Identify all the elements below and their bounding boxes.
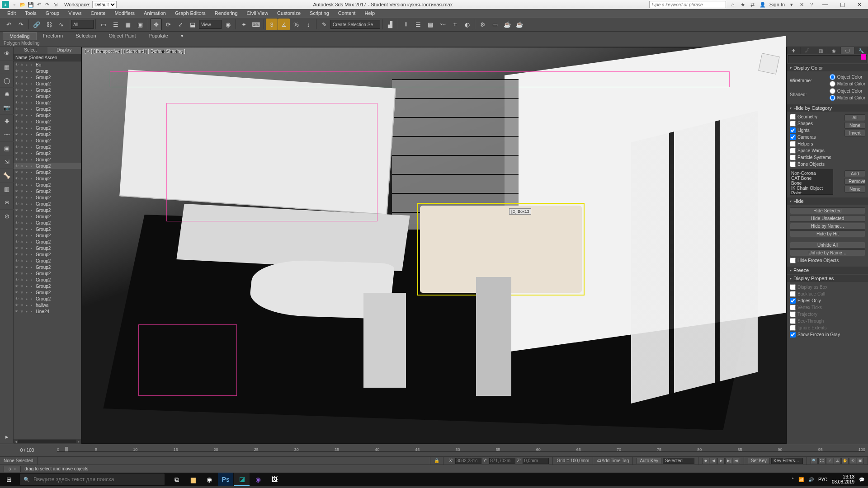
setkey-button[interactable]: Set Key: [748, 458, 770, 464]
explorer-icon[interactable]: ▆: [185, 473, 201, 486]
scene-row[interactable]: 👁❄▸▪Group2: [14, 283, 81, 289]
scene-row[interactable]: 👁❄▸▪Group2: [14, 118, 81, 125]
display-geometry-icon[interactable]: ▦: [0, 61, 14, 74]
render-frame-button[interactable]: ▭: [489, 19, 501, 30]
select-move-button[interactable]: ✥: [150, 19, 162, 30]
redo-icon[interactable]: ↷: [43, 1, 51, 8]
scene-row[interactable]: 👁❄▸▪Group2: [14, 194, 81, 201]
bind-spacewrap-button[interactable]: ∿: [55, 19, 67, 30]
zoom-icon[interactable]: 🔍: [811, 458, 818, 464]
display-helpers-icon[interactable]: ✚: [0, 115, 14, 128]
unlink-button[interactable]: ⛓: [43, 19, 55, 30]
scene-row[interactable]: 👁❄▸▪Group2: [14, 207, 81, 213]
workspace-select[interactable]: Default: [92, 1, 117, 8]
scene-row[interactable]: 👁❄▸▪Group2: [14, 213, 81, 220]
dispprop-ignore-extents[interactable]: Ignore Extents: [790, 324, 865, 331]
time-thumb[interactable]: [65, 447, 68, 451]
select-region-rect-button[interactable]: ▦: [122, 19, 134, 30]
language-indicator[interactable]: РУС: [818, 477, 827, 482]
selection-lock-icon[interactable]: 🔒: [430, 457, 443, 465]
open-icon[interactable]: 📂: [19, 1, 26, 8]
save-icon[interactable]: 💾: [27, 1, 34, 8]
chevron-icon[interactable]: ▾: [788, 1, 795, 8]
use-pivot-button[interactable]: ◉: [222, 19, 234, 30]
scene-row[interactable]: 👁❄▸▪Group2: [14, 87, 81, 93]
signin-label[interactable]: Sign In: [769, 2, 785, 7]
network-icon[interactable]: 📶: [798, 477, 804, 482]
hidecat-particle-systems[interactable]: Particle Systems: [790, 154, 865, 161]
menu-group[interactable]: Group: [41, 9, 64, 17]
scene-row[interactable]: 👁❄▸▪Group2: [14, 226, 81, 232]
scene-row[interactable]: 👁❄▸▪Group2: [14, 251, 81, 258]
scene-row[interactable]: 👁❄▸▪Group2: [14, 201, 81, 207]
shaded-material-color[interactable]: Material Color: [830, 94, 865, 101]
star-icon[interactable]: ★: [740, 1, 746, 8]
menu-create[interactable]: Create: [86, 9, 110, 17]
prev-frame-icon[interactable]: ◀: [710, 458, 717, 464]
render-production-button[interactable]: ☕: [501, 19, 513, 30]
volume-icon[interactable]: 🔊: [808, 477, 814, 482]
object-name-field[interactable]: [788, 55, 867, 63]
image-icon[interactable]: 🖼: [267, 473, 282, 486]
dispprop-backface-cull[interactable]: Backface Cull: [790, 291, 865, 297]
scene-row[interactable]: 👁❄▸▪Bo: [14, 61, 81, 68]
toggle-ribbon-button[interactable]: ▤: [425, 19, 436, 30]
fov-icon[interactable]: ∠: [834, 458, 841, 464]
material-editor-button[interactable]: ◐: [461, 19, 473, 30]
dispprop-edges-only[interactable]: Edges Only: [790, 297, 865, 304]
dispprop-see-through[interactable]: See-Through: [790, 318, 865, 324]
next-frame-icon[interactable]: ▶|: [725, 458, 732, 464]
hidecat-space-warps[interactable]: Space Warps: [790, 147, 865, 154]
display-all-icon[interactable]: 👁: [0, 47, 14, 61]
wireframe-object-color[interactable]: Object Color: [830, 74, 865, 80]
pan-icon[interactable]: ✋: [841, 458, 849, 464]
scene-row[interactable]: 👁❄▸▪Group2: [14, 99, 81, 106]
chrome-icon[interactable]: ◉: [202, 473, 217, 486]
maximize-button[interactable]: ▢: [835, 0, 849, 9]
taskview-icon[interactable]: ⧉: [169, 473, 184, 486]
sync-icon[interactable]: ✕: [798, 1, 805, 8]
ref-coord-combo[interactable]: View: [199, 20, 222, 29]
keyfilters-button[interactable]: Key Filters…: [771, 458, 803, 464]
tab-display[interactable]: Display: [47, 47, 81, 54]
hidecat-shapes[interactable]: Shapes: [790, 120, 844, 127]
percent-snap-button[interactable]: %: [290, 19, 302, 30]
display-spacewarps-icon[interactable]: 〰: [0, 128, 14, 142]
add-time-tag[interactable]: 🏷 Add Time Tag: [593, 457, 633, 465]
scene-row[interactable]: 👁❄▸▪Group2: [14, 245, 81, 251]
new-icon[interactable]: ▫: [11, 1, 18, 8]
hidecat-listbox[interactable]: Non-CoronaCAT BoneBoneIK Chain ObjectPoi…: [790, 169, 833, 195]
scene-row[interactable]: 👁❄▸▪Group2: [14, 112, 81, 118]
maximize-vp-icon[interactable]: ▣: [857, 458, 864, 464]
infocenter-icon[interactable]: ⌂: [730, 1, 736, 8]
menu-scripting[interactable]: Scripting: [305, 9, 334, 17]
angle-snap-button[interactable]: ∡: [278, 19, 290, 30]
scene-row[interactable]: 👁❄▸▪Group2: [14, 289, 81, 296]
select-place-button[interactable]: ⬓: [187, 19, 198, 30]
close-button[interactable]: ✕: [853, 0, 866, 9]
photoshop-icon[interactable]: Ps: [218, 473, 233, 486]
redo-button[interactable]: ↷: [15, 19, 27, 30]
hide-by-name-button[interactable]: Hide by Name…: [790, 223, 865, 230]
scene-row[interactable]: 👁❄▸▪Group2: [14, 182, 81, 188]
taskbar-search[interactable]: 🔍: [20, 474, 165, 485]
autokey-button[interactable]: Auto Key: [637, 458, 661, 464]
rollout-head[interactable]: Hide by Category: [787, 104, 868, 112]
shaded-object-color[interactable]: Object Color: [830, 88, 865, 94]
hide-unselectedbutton[interactable]: Hide Unselected: [790, 215, 865, 222]
scene-row[interactable]: 👁❄▸▪Group2: [14, 74, 81, 80]
scene-row[interactable]: 👁❄▸▪Group2: [14, 220, 81, 226]
app-icon[interactable]: 3: [2, 1, 9, 8]
none-button[interactable]: None: [844, 186, 865, 192]
hide-frozen-checkbox[interactable]: Hide Frozen Objects: [790, 257, 865, 264]
render-setup-button[interactable]: ⚙: [477, 19, 489, 30]
invert-button[interactable]: Invert: [844, 130, 865, 136]
ribbon-tab-modeling[interactable]: Modeling: [3, 32, 37, 40]
menu-content[interactable]: Content: [334, 9, 360, 17]
hide-by-hitbutton[interactable]: Hide by Hit: [790, 230, 865, 237]
y-input[interactable]: [489, 458, 515, 464]
ribbon-tab-selection[interactable]: Selection: [69, 32, 102, 39]
scene-row[interactable]: 👁❄▸▪Group2: [14, 93, 81, 99]
mirror-button[interactable]: ▟: [384, 19, 396, 30]
keyboard-shortcut-button[interactable]: ⌨: [250, 19, 262, 30]
